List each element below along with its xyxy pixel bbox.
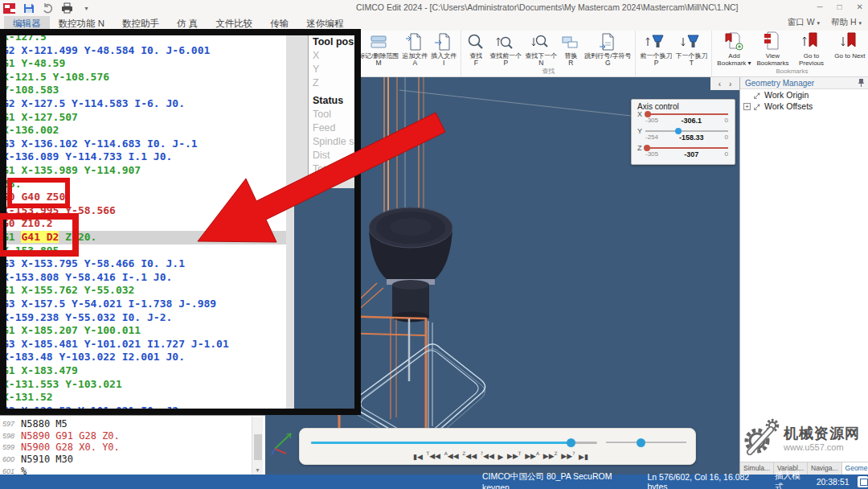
axis-slider[interactable] <box>645 147 728 149</box>
nav-right-icon[interactable]: › <box>729 80 731 88</box>
mark-delete-range-button[interactable]: 标记/删除范围M <box>357 31 400 67</box>
axis-icon <box>753 102 762 111</box>
speed-slider[interactable] <box>606 442 686 443</box>
tree-item-work-offsets[interactable]: +Work Offsets <box>740 101 868 112</box>
gcode-line: G1 X-127.507 <box>2 111 78 125</box>
axis-slider[interactable] <box>645 113 728 115</box>
nav-left-icon[interactable]: ‹ <box>719 80 721 88</box>
tool-position-row: X <box>313 49 361 63</box>
menu-window[interactable]: 窗口 W ▾ <box>788 17 820 28</box>
rewind-arc-button[interactable]: A◀◀ <box>444 450 460 462</box>
add-bookmark-icon <box>723 31 745 51</box>
append-file-button[interactable]: 追加文件A <box>400 31 429 67</box>
save-icon[interactable] <box>23 2 35 14</box>
panel-tab-2[interactable]: Naviga... <box>808 462 842 475</box>
ribbon-button-key: A <box>412 60 417 67</box>
editor-line: 600N5910 M30 <box>0 454 265 466</box>
gcode-line: X-183.48 Y-103.022 I2.001 J0. <box>2 351 185 364</box>
axis-slider[interactable] <box>645 130 728 132</box>
status-row: Spindle speed <box>313 135 361 149</box>
goto-next-bookmark-button[interactable]: Go to Next <box>830 31 868 67</box>
axis-icon <box>753 91 762 100</box>
ime-icon[interactable] <box>858 476 868 487</box>
ribbon-button-key: T <box>690 60 694 67</box>
close-button[interactable]: ✕ <box>857 2 863 11</box>
axis-values: -305-3070 <box>645 150 728 158</box>
chevron-down-icon: ▾ <box>817 20 821 26</box>
view-bookmarks-icon <box>761 31 784 51</box>
progress-slider[interactable] <box>311 442 597 444</box>
axis-control-title: Axis control <box>632 100 735 112</box>
status-section-title: Status <box>313 94 361 108</box>
maximize-button[interactable]: □ <box>837 2 842 11</box>
goto-previous-bookmark-button[interactable]: Go to Previous <box>792 31 830 67</box>
axis-label: Z <box>637 144 642 152</box>
minimize-button[interactable]: ─ <box>817 2 822 11</box>
geometry-manager-header[interactable]: Geometry Manager <box>740 77 868 89</box>
add-bookmark-button[interactable]: Add Bookmark ▾ <box>714 31 753 67</box>
pin-icon[interactable] <box>858 78 865 88</box>
panel-nav-arrows[interactable]: ‹ › <box>710 77 739 90</box>
tool-position-row: Y <box>313 63 361 76</box>
scrollbar-thumb[interactable] <box>254 434 262 460</box>
replace-button[interactable]: 替换R <box>559 31 583 67</box>
editor-scrollbar[interactable]: ▼ <box>252 417 263 475</box>
axis-values: -254-158.330 <box>645 134 728 142</box>
forward-step-button[interactable]: ▶▶? <box>560 450 575 462</box>
panel-tab-3[interactable]: Geome... <box>842 462 868 475</box>
menu-help[interactable]: 帮助 H ▾ <box>831 17 862 28</box>
find-button[interactable]: 查找F <box>464 31 488 67</box>
window-title: CIMCO Edit 2024 - [C:\Users\Administrato… <box>356 2 739 12</box>
skip-to-start-button[interactable]: ▮◀ <box>412 450 424 462</box>
prev-toolchange-button[interactable]: 前一个换刀P <box>638 31 674 67</box>
quick-access-toolbar: ▾ <box>3 2 92 14</box>
gcode-line: X-121.5 Y-108.576 <box>2 71 109 84</box>
line-text: % <box>21 466 27 475</box>
scroll-down-icon[interactable]: ▼ <box>255 467 260 473</box>
status-row: Dist <box>313 149 361 162</box>
watermark-title: 机械资源网 <box>784 424 860 443</box>
find-next-button[interactable]: 查找下一个N <box>523 31 559 67</box>
rewind-toolchange-button[interactable]: T◀◀ <box>426 450 442 462</box>
gcode-line: X-159.238 Y-55.032 I0. J-2. <box>2 311 172 325</box>
forward-arc-button[interactable]: ▶▶A <box>524 450 540 462</box>
ribbon-button-key: P <box>503 60 508 67</box>
gcode-line: Y-108.583 <box>2 84 59 97</box>
ribbon-group-1: 查找F查找前一个P查找下一个N替换R跳到行号/字符号G查找 <box>461 31 636 76</box>
speed-handle[interactable] <box>637 438 645 447</box>
nc-editor-bottom[interactable]: 597N5880 M5598N5890 G91 G28 Z0.599N5900 … <box>0 415 265 475</box>
qat-dropdown-icon[interactable]: ▾ <box>80 2 92 14</box>
rewind-step-button[interactable]: ?◀◀ <box>480 450 495 462</box>
title-bar: ▾ CIMCO Edit 2024 - [C:\Users\Administra… <box>0 0 868 16</box>
watermark-url: www.u557.com <box>784 442 860 452</box>
ribbon-button-label: Go to Previous <box>793 52 829 67</box>
print-icon[interactable] <box>61 2 73 14</box>
machined-part <box>369 208 452 323</box>
undo-icon[interactable] <box>42 2 54 14</box>
next-toolchange-button[interactable]: 下一个换刀T <box>674 31 709 67</box>
skip-to-end-button[interactable]: ▶▮ <box>578 450 589 462</box>
gcode-line: G1 X-155.762 Y-55.032 <box>2 284 134 298</box>
play-button[interactable]: ▶ <box>497 450 504 462</box>
license-text: CIMCO中国公司 80_PA SecuROM keygen <box>482 471 625 489</box>
find-prev-icon <box>495 31 516 51</box>
gcode-line: X-136.089 Y-114.733 I.1 J0. <box>2 150 172 164</box>
insert-mode-indicator: 插入模式 <box>775 471 805 489</box>
status-row: Tool <box>313 108 361 121</box>
rewind-z-button[interactable]: Z◀◀ <box>461 450 477 462</box>
view-bookmarks-button[interactable]: View Bookmarks <box>753 31 792 67</box>
tree-item-work-origin[interactable]: Work Origin <box>740 89 868 101</box>
gcode-line: G2 X-121.499 Y-48.584 I0. J-6.001 <box>2 44 210 58</box>
progress-handle[interactable] <box>567 438 575 447</box>
line-number: 599 <box>0 443 14 451</box>
axis-values: -305-306.10 <box>645 117 728 125</box>
goto-line-button[interactable]: 跳到行号/字符号G <box>583 31 633 67</box>
find-previous-button[interactable]: 查找前一个P <box>488 31 523 67</box>
ribbon-button-key: R <box>568 60 573 67</box>
forward-toolchange-button[interactable]: ▶▶T <box>506 450 522 462</box>
insert-file-button[interactable]: 插入文件I <box>429 31 458 67</box>
gcode-line: G3 X-153.795 Y-58.466 I0. J.1 <box>2 257 185 271</box>
cursor-position: Ln 576/602, Col 16, 16.082 bytes <box>648 472 760 489</box>
tree-expander-icon[interactable]: + <box>743 103 751 110</box>
forward-z-button[interactable]: ▶▶Z <box>542 450 559 462</box>
